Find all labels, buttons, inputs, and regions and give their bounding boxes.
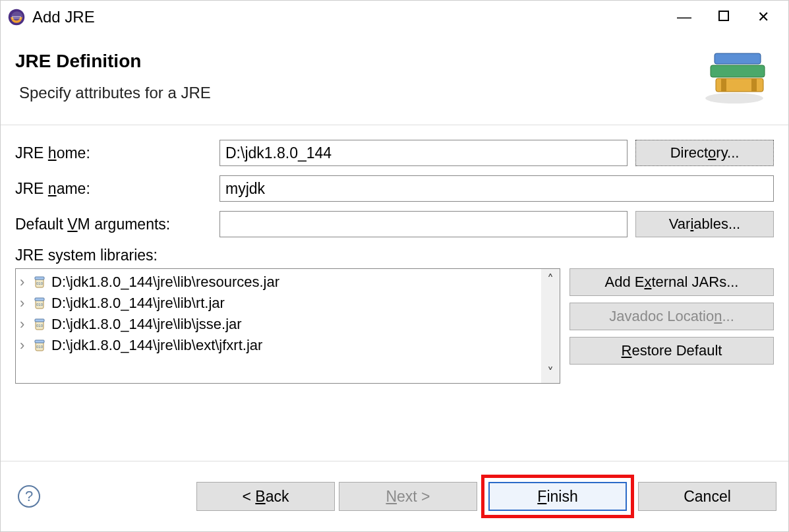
- cancel-button[interactable]: Cancel: [638, 482, 776, 511]
- dialog-header: JRE Definition Specify attributes for a …: [1, 34, 788, 125]
- help-icon[interactable]: ?: [18, 485, 40, 508]
- button-bar: ? < Back Next > Finish Cancel: [1, 461, 788, 531]
- restore-default-button[interactable]: Restore Default: [570, 337, 774, 365]
- jar-icon: 010: [33, 317, 47, 332]
- jar-icon: 010: [33, 338, 47, 353]
- vm-args-input[interactable]: [219, 211, 628, 237]
- library-item[interactable]: › 010 D:\jdk1.8.0_144\jre\lib\ext\jfxrt.…: [16, 335, 560, 356]
- libraries-list[interactable]: › 010 D:\jdk1.8.0_144\jre\lib\resources.…: [15, 268, 560, 384]
- svg-text:010: 010: [36, 281, 44, 285]
- svg-rect-9: [751, 78, 757, 92]
- scrollbar[interactable]: ˄ ˅: [541, 269, 560, 383]
- jre-home-input[interactable]: [219, 140, 628, 166]
- svg-rect-15: [35, 298, 44, 301]
- svg-rect-12: [35, 277, 44, 280]
- jre-name-label: JRE name:: [15, 180, 219, 198]
- library-path: D:\jdk1.8.0_144\jre\lib\ext\jfxrt.jar: [51, 337, 262, 354]
- svg-text:010: 010: [36, 345, 44, 349]
- svg-rect-5: [715, 53, 761, 64]
- finish-button[interactable]: Finish: [488, 482, 627, 511]
- add-external-jars-button[interactable]: Add External JARs...: [570, 268, 774, 296]
- maximize-button[interactable]: [704, 9, 744, 26]
- chevron-right-icon: ›: [20, 295, 32, 312]
- close-button[interactable]: ✕: [744, 9, 783, 26]
- back-button[interactable]: < Back: [196, 482, 335, 511]
- library-item[interactable]: › 010 D:\jdk1.8.0_144\jre\lib\resources.…: [16, 272, 560, 293]
- jar-icon: 010: [33, 275, 47, 289]
- jar-icon: 010: [33, 296, 47, 310]
- javadoc-location-button: Javadoc Location...: [570, 303, 774, 330]
- scroll-down-icon[interactable]: ˅: [547, 362, 554, 383]
- header-title: JRE Definition: [15, 51, 701, 72]
- dialog-window: Add JRE — ✕ JRE Definition Specify attri…: [0, 0, 789, 532]
- library-books-icon: [701, 47, 774, 106]
- chevron-right-icon: ›: [20, 274, 32, 291]
- svg-rect-4: [719, 11, 728, 20]
- chevron-right-icon: ›: [20, 316, 32, 333]
- svg-rect-18: [35, 319, 44, 322]
- variables-button[interactable]: Variables...: [635, 211, 774, 237]
- svg-rect-3: [12, 18, 21, 18]
- next-button: Next >: [339, 482, 477, 511]
- directory-button[interactable]: Directory...: [635, 140, 774, 166]
- svg-rect-8: [721, 78, 726, 92]
- svg-rect-6: [711, 65, 765, 77]
- library-path: D:\jdk1.8.0_144\jre\lib\resources.jar: [51, 274, 279, 291]
- minimize-button[interactable]: —: [664, 9, 704, 26]
- header-subtitle: Specify attributes for a JRE: [15, 84, 701, 102]
- library-item[interactable]: › 010 D:\jdk1.8.0_144\jre\lib\rt.jar: [16, 293, 560, 314]
- library-path: D:\jdk1.8.0_144\jre\lib\rt.jar: [51, 295, 225, 312]
- form-area: JRE home: Directory... JRE name: Default…: [1, 125, 788, 398]
- svg-text:010: 010: [36, 324, 44, 328]
- library-item[interactable]: › 010 D:\jdk1.8.0_144\jre\lib\jsse.jar: [16, 314, 560, 335]
- library-path: D:\jdk1.8.0_144\jre\lib\jsse.jar: [51, 316, 242, 333]
- svg-text:010: 010: [36, 303, 44, 307]
- window-title: Add JRE: [32, 8, 95, 26]
- libraries-label: JRE system libraries:: [15, 247, 774, 264]
- chevron-right-icon: ›: [20, 337, 32, 354]
- svg-point-10: [705, 93, 763, 103]
- titlebar: Add JRE — ✕: [1, 1, 788, 34]
- eclipse-icon: [7, 8, 26, 26]
- vm-args-label: Default VM arguments:: [15, 216, 219, 233]
- jre-name-input[interactable]: [219, 175, 774, 202]
- jre-home-label: JRE home:: [15, 144, 219, 162]
- svg-rect-21: [35, 340, 44, 343]
- finish-highlight: Finish: [481, 475, 634, 518]
- svg-rect-2: [12, 16, 21, 17]
- scroll-up-icon[interactable]: ˄: [547, 269, 554, 290]
